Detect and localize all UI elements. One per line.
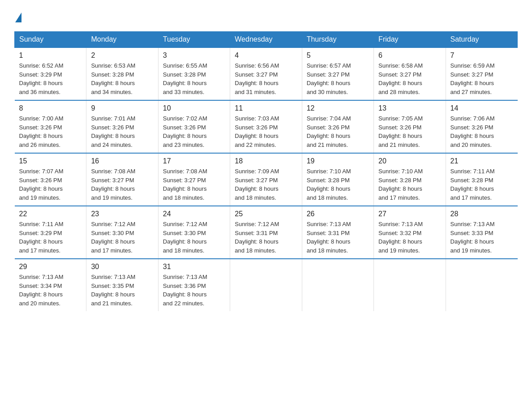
calendar-cell: 25Sunrise: 7:12 AMSunset: 3:31 PMDayligh… [230, 206, 302, 259]
calendar-cell: 16Sunrise: 7:08 AMSunset: 3:27 PMDayligh… [86, 153, 158, 206]
day-number: 9 [91, 104, 153, 112]
day-number: 2 [91, 51, 153, 60]
day-number: 30 [91, 263, 153, 271]
day-info: Sunrise: 7:12 AMSunset: 3:30 PMDaylight:… [91, 220, 153, 255]
calendar-cell [302, 259, 373, 311]
day-info: Sunrise: 7:12 AMSunset: 3:31 PMDaylight:… [235, 220, 297, 255]
day-info: Sunrise: 7:10 AMSunset: 3:28 PMDaylight:… [307, 167, 369, 202]
calendar-cell: 12Sunrise: 7:04 AMSunset: 3:26 PMDayligh… [302, 100, 373, 153]
calendar-cell: 17Sunrise: 7:08 AMSunset: 3:27 PMDayligh… [158, 153, 230, 206]
calendar-cell: 27Sunrise: 7:13 AMSunset: 3:32 PMDayligh… [374, 206, 446, 259]
calendar-cell: 20Sunrise: 7:10 AMSunset: 3:28 PMDayligh… [374, 153, 446, 206]
day-info: Sunrise: 6:55 AMSunset: 3:28 PMDaylight:… [163, 61, 225, 96]
day-number: 18 [235, 157, 297, 165]
calendar-cell: 8Sunrise: 7:00 AMSunset: 3:26 PMDaylight… [15, 100, 86, 153]
day-number: 16 [91, 157, 153, 165]
day-number: 6 [378, 51, 441, 60]
day-number: 13 [378, 104, 441, 112]
calendar-week-row: 8Sunrise: 7:00 AMSunset: 3:26 PMDaylight… [15, 100, 518, 153]
calendar-cell: 11Sunrise: 7:03 AMSunset: 3:26 PMDayligh… [230, 100, 302, 153]
day-number: 12 [307, 104, 369, 112]
day-info: Sunrise: 6:58 AMSunset: 3:27 PMDaylight:… [378, 61, 441, 96]
day-info: Sunrise: 7:11 AMSunset: 3:29 PMDaylight:… [19, 220, 82, 255]
calendar-cell: 24Sunrise: 7:12 AMSunset: 3:30 PMDayligh… [158, 206, 230, 259]
calendar-cell: 15Sunrise: 7:07 AMSunset: 3:26 PMDayligh… [15, 153, 86, 206]
calendar-cell [446, 259, 517, 311]
calendar-week-row: 15Sunrise: 7:07 AMSunset: 3:26 PMDayligh… [15, 153, 518, 206]
calendar-cell: 19Sunrise: 7:10 AMSunset: 3:28 PMDayligh… [302, 153, 373, 206]
logo [14, 11, 21, 22]
day-number: 14 [450, 104, 513, 112]
day-info: Sunrise: 7:08 AMSunset: 3:27 PMDaylight:… [91, 167, 153, 202]
day-number: 11 [235, 104, 297, 112]
calendar-cell: 14Sunrise: 7:06 AMSunset: 3:26 PMDayligh… [446, 100, 517, 153]
day-number: 23 [91, 210, 153, 218]
day-number: 17 [163, 157, 225, 165]
calendar-cell: 4Sunrise: 6:56 AMSunset: 3:27 PMDaylight… [230, 47, 302, 100]
day-number: 31 [163, 263, 225, 271]
calendar-header-row: Sunday Monday Tuesday Wednesday Thursday… [15, 32, 518, 48]
calendar-table: Sunday Monday Tuesday Wednesday Thursday… [14, 31, 518, 311]
day-number: 15 [19, 157, 82, 165]
day-number: 26 [307, 210, 369, 218]
day-number: 19 [307, 157, 369, 165]
day-info: Sunrise: 7:06 AMSunset: 3:26 PMDaylight:… [450, 114, 513, 149]
day-info: Sunrise: 7:10 AMSunset: 3:28 PMDaylight:… [378, 167, 441, 202]
day-number: 22 [19, 210, 82, 218]
calendar-cell: 13Sunrise: 7:05 AMSunset: 3:26 PMDayligh… [374, 100, 446, 153]
calendar-week-row: 22Sunrise: 7:11 AMSunset: 3:29 PMDayligh… [15, 206, 518, 259]
day-info: Sunrise: 6:57 AMSunset: 3:27 PMDaylight:… [307, 61, 369, 96]
logo-right [14, 11, 21, 22]
calendar-cell: 2Sunrise: 6:53 AMSunset: 3:28 PMDaylight… [86, 47, 158, 100]
day-number: 4 [235, 51, 297, 60]
col-sunday: Sunday [15, 32, 86, 48]
col-thursday: Thursday [302, 32, 373, 48]
col-wednesday: Wednesday [230, 32, 302, 48]
day-number: 27 [378, 210, 441, 218]
day-info: Sunrise: 7:01 AMSunset: 3:26 PMDaylight:… [91, 114, 153, 149]
day-info: Sunrise: 7:03 AMSunset: 3:26 PMDaylight:… [235, 114, 297, 149]
day-number: 3 [163, 51, 225, 60]
calendar-body: 1Sunrise: 6:52 AMSunset: 3:29 PMDaylight… [15, 47, 518, 311]
col-friday: Friday [374, 32, 446, 48]
day-info: Sunrise: 7:04 AMSunset: 3:26 PMDaylight:… [307, 114, 369, 149]
calendar-week-row: 29Sunrise: 7:13 AMSunset: 3:34 PMDayligh… [15, 259, 518, 311]
day-number: 21 [450, 157, 513, 165]
day-info: Sunrise: 7:13 AMSunset: 3:33 PMDaylight:… [450, 220, 513, 255]
calendar-cell: 5Sunrise: 6:57 AMSunset: 3:27 PMDaylight… [302, 47, 373, 100]
calendar-cell: 30Sunrise: 7:13 AMSunset: 3:35 PMDayligh… [86, 259, 158, 311]
day-number: 8 [19, 104, 82, 112]
day-info: Sunrise: 7:12 AMSunset: 3:30 PMDaylight:… [163, 220, 225, 255]
col-saturday: Saturday [446, 32, 517, 48]
day-number: 25 [235, 210, 297, 218]
calendar-week-row: 1Sunrise: 6:52 AMSunset: 3:29 PMDaylight… [15, 47, 518, 100]
logo-triangle-icon [15, 13, 21, 22]
day-info: Sunrise: 7:13 AMSunset: 3:34 PMDaylight:… [19, 273, 82, 308]
day-info: Sunrise: 7:13 AMSunset: 3:32 PMDaylight:… [378, 220, 441, 255]
day-info: Sunrise: 7:13 AMSunset: 3:36 PMDaylight:… [163, 273, 225, 308]
calendar-cell: 29Sunrise: 7:13 AMSunset: 3:34 PMDayligh… [15, 259, 86, 311]
day-info: Sunrise: 7:07 AMSunset: 3:26 PMDaylight:… [19, 167, 82, 202]
calendar-cell: 22Sunrise: 7:11 AMSunset: 3:29 PMDayligh… [15, 206, 86, 259]
day-info: Sunrise: 7:02 AMSunset: 3:26 PMDaylight:… [163, 114, 225, 149]
day-number: 20 [378, 157, 441, 165]
day-info: Sunrise: 7:09 AMSunset: 3:27 PMDaylight:… [235, 167, 297, 202]
calendar-cell: 21Sunrise: 7:11 AMSunset: 3:28 PMDayligh… [446, 153, 517, 206]
calendar-cell [374, 259, 446, 311]
day-info: Sunrise: 6:59 AMSunset: 3:27 PMDaylight:… [450, 61, 513, 96]
day-number: 7 [450, 51, 513, 60]
day-number: 5 [307, 51, 369, 60]
day-info: Sunrise: 7:11 AMSunset: 3:28 PMDaylight:… [450, 167, 513, 202]
calendar-cell: 26Sunrise: 7:13 AMSunset: 3:31 PMDayligh… [302, 206, 373, 259]
day-number: 28 [450, 210, 513, 218]
logo-top-row [14, 11, 21, 22]
calendar-cell: 28Sunrise: 7:13 AMSunset: 3:33 PMDayligh… [446, 206, 517, 259]
calendar-cell: 1Sunrise: 6:52 AMSunset: 3:29 PMDaylight… [15, 47, 86, 100]
day-info: Sunrise: 7:13 AMSunset: 3:35 PMDaylight:… [91, 273, 153, 308]
day-info: Sunrise: 6:53 AMSunset: 3:28 PMDaylight:… [91, 61, 153, 96]
day-info: Sunrise: 7:13 AMSunset: 3:31 PMDaylight:… [307, 220, 369, 255]
calendar-cell: 10Sunrise: 7:02 AMSunset: 3:26 PMDayligh… [158, 100, 230, 153]
page-header [14, 11, 518, 22]
col-tuesday: Tuesday [158, 32, 230, 48]
calendar-cell: 9Sunrise: 7:01 AMSunset: 3:26 PMDaylight… [86, 100, 158, 153]
